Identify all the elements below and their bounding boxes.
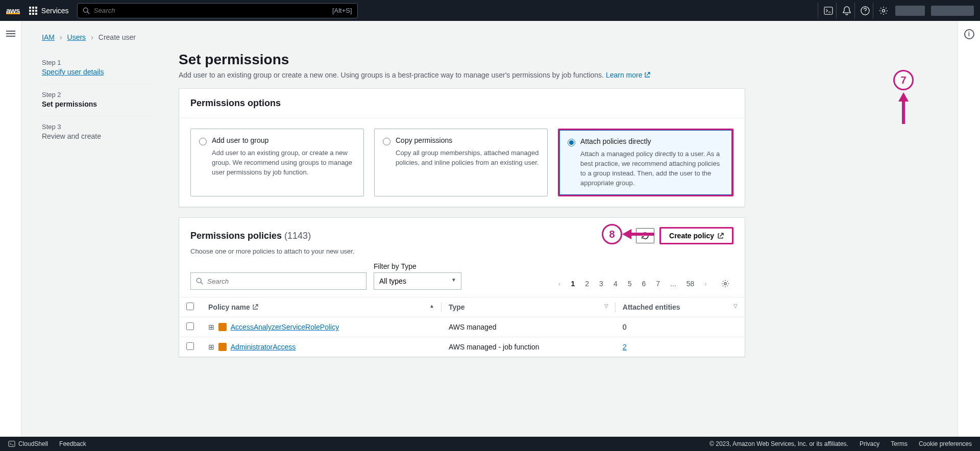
svg-point-7 [724,283,726,285]
hamburger-icon[interactable] [6,29,15,437]
page-1[interactable]: 1 [567,278,579,290]
step-1[interactable]: Step 1 Specify user details [42,52,154,84]
permissions-options-panel: Permissions options Add user to group Ad… [179,88,745,207]
svg-line-1 [87,12,89,14]
col-type[interactable]: Type▽ [442,297,616,317]
step-number: Step 3 [42,123,154,131]
permissions-policies-panel: Permissions policies (1143) Create polic… [179,217,745,357]
help-icon[interactable] [854,3,871,19]
gear-icon [721,280,729,288]
policies-table: Policy name ▲ Type▽ Attached entities▽ [179,297,745,357]
region-selector[interactable] [895,6,925,16]
col-policy-name[interactable]: Policy name ▲ [201,297,442,317]
option-title: Attach policies directly [580,137,651,145]
svg-point-4 [882,9,885,12]
refresh-icon [641,232,649,240]
policies-title: Permissions policies (1143) [190,231,311,241]
svg-line-6 [201,283,203,285]
expand-row-icon[interactable]: ⊞ [208,323,214,331]
step-title: Review and create [42,132,154,140]
learn-more-link[interactable]: Learn more [606,71,650,79]
breadcrumb-users[interactable]: Users [67,33,86,41]
page-5[interactable]: 5 [624,278,636,290]
option-title: Copy permissions [396,136,452,144]
radio-copy-permissions[interactable] [383,138,390,145]
table-row: ⊞ AdministratorAccess AWS managed - job … [179,337,745,357]
settings-icon[interactable] [873,3,889,19]
row-checkbox[interactable] [186,342,194,350]
page-2[interactable]: 2 [581,278,593,290]
policy-type: AWS managed [442,317,616,337]
expand-row-icon[interactable]: ⊞ [208,343,214,351]
page-last[interactable]: 58 [682,278,699,290]
policy-search-input[interactable] [207,278,361,285]
help-panel-column: i [958,21,980,437]
global-search[interactable]: [Alt+S] [77,3,358,18]
policy-icon [218,323,227,331]
search-input[interactable] [94,7,332,14]
policies-subtitle: Choose one or more policies to attach to… [179,247,745,262]
external-link-icon [644,72,650,78]
pagination: ‹ 1 2 3 4 5 6 7 ... 58 › [554,278,733,290]
info-icon[interactable]: i [964,29,974,39]
chevron-right-icon: › [91,33,93,41]
select-all-checkbox[interactable] [186,303,194,310]
refresh-button[interactable] [636,228,654,243]
page-next[interactable]: › [700,278,711,290]
top-navigation: aws Services [Alt+S] [0,0,980,21]
page-prev[interactable]: ‹ [554,278,565,290]
radio-add-to-group[interactable] [199,138,207,145]
search-icon [83,7,90,14]
col-attached[interactable]: Attached entities▽ [616,297,745,317]
svg-rect-2 [824,7,832,14]
breadcrumb: IAM › Users › Create user [42,33,937,41]
option-copy-permissions[interactable]: Copy permissions Copy all group membersh… [374,129,548,196]
step-3[interactable]: Step 3 Review and create [42,116,154,147]
option-desc: Copy all group memberships, attached man… [396,148,539,168]
chevron-right-icon: › [60,33,62,41]
step-2: Step 2 Set permissions [42,84,154,116]
page-subtitle: Add user to an existing group or create … [179,71,745,79]
panel-title: Permissions options [179,89,745,118]
cloudshell-icon[interactable] [818,3,834,19]
page-title: Set permissions [179,52,745,68]
external-link-icon [252,304,258,310]
create-policy-button[interactable]: Create policy [659,227,733,244]
wizard-steps: Step 1 Specify user details Step 2 Set p… [42,52,154,367]
policy-search[interactable] [190,272,366,290]
page-4[interactable]: 4 [609,278,622,290]
account-menu[interactable] [931,6,974,16]
radio-attach-policies[interactable] [568,139,575,146]
filter-type-select[interactable]: All types [374,272,461,290]
svg-point-0 [83,8,88,12]
policy-attached-link[interactable]: 2 [623,343,627,351]
policy-link[interactable]: AccessAnalyzerServiceRolePolicy [231,323,339,331]
breadcrumb-current: Create user [99,33,136,41]
page-6[interactable]: 6 [638,278,650,290]
page-3[interactable]: 3 [595,278,607,290]
policy-link[interactable]: AdministratorAccess [231,343,296,351]
option-title: Add user to group [212,136,268,144]
step-link[interactable]: Specify user details [42,68,104,76]
aws-logo[interactable]: aws [6,6,20,15]
filter-label: Filter by Type [374,262,461,270]
search-icon [196,278,203,285]
external-link-icon [717,233,724,239]
page-7[interactable]: 7 [652,278,664,290]
table-settings-button[interactable] [717,278,733,290]
notifications-icon[interactable] [836,3,852,19]
policy-type: AWS managed - job function [442,337,616,357]
breadcrumb-iam[interactable]: IAM [42,33,55,41]
option-desc: Attach a managed policy directly to a us… [580,149,724,188]
row-checkbox[interactable] [186,322,194,330]
option-attach-policies[interactable]: Attach policies directly Attach a manage… [558,129,733,196]
step-title: Set permissions [42,100,154,108]
svg-point-5 [197,279,201,283]
sort-icon: ▽ [604,303,608,309]
services-grid-icon [29,7,37,15]
step-number: Step 2 [42,91,154,98]
services-menu[interactable]: Services [29,7,69,15]
policy-attached: 0 [616,317,745,337]
option-add-to-group[interactable]: Add user to group Add user to an existin… [190,129,364,196]
page-ellipsis: ... [666,278,680,290]
